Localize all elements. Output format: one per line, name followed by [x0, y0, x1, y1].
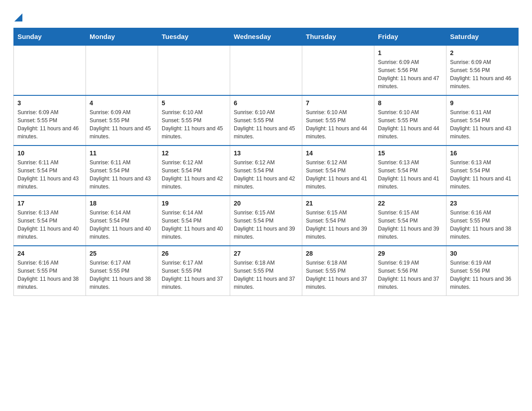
weekday-header: Friday — [374, 28, 446, 46]
day-info: Sunrise: 6:15 AM Sunset: 5:54 PM Dayligh… — [234, 209, 298, 241]
day-number: 3 — [17, 99, 82, 107]
day-info: Sunrise: 6:12 AM Sunset: 5:54 PM Dayligh… — [234, 158, 298, 191]
day-number: 6 — [234, 99, 298, 107]
calendar-cell: 25Sunrise: 6:17 AM Sunset: 5:55 PM Dayli… — [86, 246, 158, 296]
day-info: Sunrise: 6:10 AM Sunset: 5:55 PM Dayligh… — [162, 108, 226, 141]
calendar-cell: 1Sunrise: 6:09 AM Sunset: 5:56 PM Daylig… — [374, 45, 446, 95]
day-number: 5 — [162, 99, 226, 107]
day-number: 1 — [378, 49, 442, 56]
logo — [13, 9, 22, 21]
day-info: Sunrise: 6:12 AM Sunset: 5:54 PM Dayligh… — [162, 158, 226, 191]
calendar-week-row: 1Sunrise: 6:09 AM Sunset: 5:56 PM Daylig… — [14, 45, 519, 95]
day-info: Sunrise: 6:17 AM Sunset: 5:55 PM Dayligh… — [90, 259, 154, 291]
day-info: Sunrise: 6:11 AM Sunset: 5:54 PM Dayligh… — [17, 158, 82, 191]
day-number: 16 — [450, 150, 515, 157]
day-number: 25 — [90, 250, 154, 257]
calendar-cell: 16Sunrise: 6:13 AM Sunset: 5:54 PM Dayli… — [446, 146, 519, 196]
weekday-header: Sunday — [14, 28, 86, 46]
logo-triangle-icon — [14, 13, 22, 21]
calendar-cell: 27Sunrise: 6:18 AM Sunset: 5:55 PM Dayli… — [230, 246, 302, 296]
calendar-cell: 17Sunrise: 6:13 AM Sunset: 5:54 PM Dayli… — [14, 196, 86, 246]
day-number: 8 — [378, 99, 442, 107]
day-number: 21 — [306, 200, 370, 207]
calendar-cell: 24Sunrise: 6:16 AM Sunset: 5:55 PM Dayli… — [14, 246, 86, 296]
day-number: 2 — [450, 49, 515, 56]
day-number: 14 — [306, 150, 370, 157]
calendar-cell: 12Sunrise: 6:12 AM Sunset: 5:54 PM Dayli… — [158, 146, 230, 196]
calendar-cell — [86, 45, 158, 95]
day-number: 28 — [306, 250, 370, 257]
day-info: Sunrise: 6:09 AM Sunset: 5:55 PM Dayligh… — [90, 108, 154, 141]
calendar-cell — [14, 45, 86, 95]
calendar-cell: 21Sunrise: 6:15 AM Sunset: 5:54 PM Dayli… — [302, 196, 374, 246]
day-info: Sunrise: 6:17 AM Sunset: 5:55 PM Dayligh… — [162, 259, 226, 291]
calendar-cell: 8Sunrise: 6:10 AM Sunset: 5:55 PM Daylig… — [374, 95, 446, 146]
calendar-table: SundayMondayTuesdayWednesdayThursdayFrid… — [13, 28, 519, 296]
calendar-cell: 30Sunrise: 6:19 AM Sunset: 5:56 PM Dayli… — [446, 246, 519, 296]
day-number: 24 — [17, 250, 82, 257]
calendar-cell: 2Sunrise: 6:09 AM Sunset: 5:56 PM Daylig… — [446, 45, 519, 95]
calendar-cell: 7Sunrise: 6:10 AM Sunset: 5:55 PM Daylig… — [302, 95, 374, 146]
calendar-week-row: 17Sunrise: 6:13 AM Sunset: 5:54 PM Dayli… — [14, 196, 519, 246]
calendar-cell: 4Sunrise: 6:09 AM Sunset: 5:55 PM Daylig… — [86, 95, 158, 146]
svg-marker-0 — [14, 13, 22, 21]
day-number: 12 — [162, 150, 226, 157]
day-info: Sunrise: 6:13 AM Sunset: 5:54 PM Dayligh… — [17, 209, 82, 241]
day-info: Sunrise: 6:11 AM Sunset: 5:54 PM Dayligh… — [450, 108, 515, 141]
calendar-week-row: 3Sunrise: 6:09 AM Sunset: 5:55 PM Daylig… — [14, 95, 519, 146]
calendar-header-row: SundayMondayTuesdayWednesdayThursdayFrid… — [14, 28, 519, 46]
day-info: Sunrise: 6:14 AM Sunset: 5:54 PM Dayligh… — [90, 209, 154, 241]
day-number: 11 — [90, 150, 154, 157]
day-info: Sunrise: 6:12 AM Sunset: 5:54 PM Dayligh… — [306, 158, 370, 191]
day-number: 4 — [90, 99, 154, 107]
day-number: 29 — [378, 250, 442, 257]
day-info: Sunrise: 6:19 AM Sunset: 5:56 PM Dayligh… — [378, 259, 442, 291]
day-info: Sunrise: 6:09 AM Sunset: 5:55 PM Dayligh… — [17, 108, 82, 141]
calendar-cell — [302, 45, 374, 95]
calendar-week-row: 24Sunrise: 6:16 AM Sunset: 5:55 PM Dayli… — [14, 246, 519, 296]
calendar-cell: 13Sunrise: 6:12 AM Sunset: 5:54 PM Dayli… — [230, 146, 302, 196]
calendar-cell — [158, 45, 230, 95]
day-info: Sunrise: 6:15 AM Sunset: 5:54 PM Dayligh… — [306, 209, 370, 241]
calendar-cell: 29Sunrise: 6:19 AM Sunset: 5:56 PM Dayli… — [374, 246, 446, 296]
day-number: 22 — [378, 200, 442, 207]
day-info: Sunrise: 6:10 AM Sunset: 5:55 PM Dayligh… — [378, 108, 442, 141]
day-number: 27 — [234, 250, 298, 257]
weekday-header: Tuesday — [158, 28, 230, 46]
calendar-cell: 15Sunrise: 6:13 AM Sunset: 5:54 PM Dayli… — [374, 146, 446, 196]
day-number: 30 — [450, 250, 515, 257]
calendar-cell: 11Sunrise: 6:11 AM Sunset: 5:54 PM Dayli… — [86, 146, 158, 196]
weekday-header: Wednesday — [230, 28, 302, 46]
calendar-cell — [230, 45, 302, 95]
day-info: Sunrise: 6:13 AM Sunset: 5:54 PM Dayligh… — [378, 158, 442, 191]
calendar-cell: 18Sunrise: 6:14 AM Sunset: 5:54 PM Dayli… — [86, 196, 158, 246]
day-number: 23 — [450, 200, 515, 207]
day-info: Sunrise: 6:09 AM Sunset: 5:56 PM Dayligh… — [378, 58, 442, 90]
day-info: Sunrise: 6:18 AM Sunset: 5:55 PM Dayligh… — [306, 259, 370, 291]
weekday-header: Thursday — [302, 28, 374, 46]
day-info: Sunrise: 6:10 AM Sunset: 5:55 PM Dayligh… — [234, 108, 298, 141]
day-number: 18 — [90, 200, 154, 207]
day-number: 26 — [162, 250, 226, 257]
day-info: Sunrise: 6:10 AM Sunset: 5:55 PM Dayligh… — [306, 108, 370, 141]
day-info: Sunrise: 6:09 AM Sunset: 5:56 PM Dayligh… — [450, 58, 515, 90]
calendar-cell: 19Sunrise: 6:14 AM Sunset: 5:54 PM Dayli… — [158, 196, 230, 246]
day-info: Sunrise: 6:19 AM Sunset: 5:56 PM Dayligh… — [450, 259, 515, 291]
day-info: Sunrise: 6:15 AM Sunset: 5:54 PM Dayligh… — [378, 209, 442, 241]
day-number: 15 — [378, 150, 442, 157]
day-number: 17 — [17, 200, 82, 207]
day-info: Sunrise: 6:16 AM Sunset: 5:55 PM Dayligh… — [450, 209, 515, 241]
calendar-cell: 23Sunrise: 6:16 AM Sunset: 5:55 PM Dayli… — [446, 196, 519, 246]
calendar-cell: 14Sunrise: 6:12 AM Sunset: 5:54 PM Dayli… — [302, 146, 374, 196]
calendar-cell: 6Sunrise: 6:10 AM Sunset: 5:55 PM Daylig… — [230, 95, 302, 146]
calendar-cell: 22Sunrise: 6:15 AM Sunset: 5:54 PM Dayli… — [374, 196, 446, 246]
calendar-week-row: 10Sunrise: 6:11 AM Sunset: 5:54 PM Dayli… — [14, 146, 519, 196]
calendar-cell: 10Sunrise: 6:11 AM Sunset: 5:54 PM Dayli… — [14, 146, 86, 196]
calendar-cell: 26Sunrise: 6:17 AM Sunset: 5:55 PM Dayli… — [158, 246, 230, 296]
day-info: Sunrise: 6:16 AM Sunset: 5:55 PM Dayligh… — [17, 259, 82, 291]
day-number: 9 — [450, 99, 515, 107]
day-number: 20 — [234, 200, 298, 207]
day-number: 13 — [234, 150, 298, 157]
calendar-cell: 9Sunrise: 6:11 AM Sunset: 5:54 PM Daylig… — [446, 95, 519, 146]
day-number: 19 — [162, 200, 226, 207]
